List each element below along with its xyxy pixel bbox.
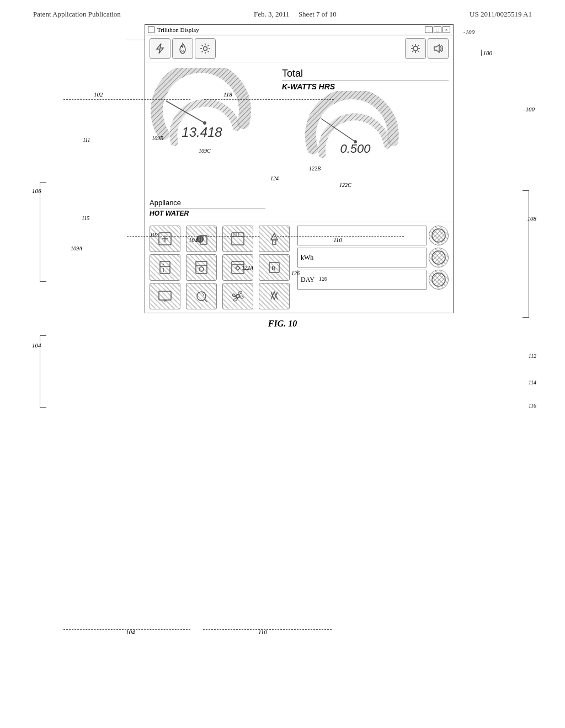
window-titlebar: Trilithon Display − □ × [145, 25, 453, 35]
gauge-unit-label: K-WATTS HRS [282, 82, 335, 91]
bracket-104-bottom [40, 407, 46, 408]
toolbar-icon-sound[interactable] [428, 38, 449, 59]
control-dial-3[interactable] [429, 270, 449, 290]
ref-109C-label: 109C [199, 148, 211, 154]
control-field-day[interactable]: DAY [297, 270, 427, 290]
gauge-left: 13.418 [150, 68, 265, 193]
ref-100-label: -100 [524, 106, 535, 113]
ref-109A-label: 109A [71, 245, 82, 251]
control-dial-2[interactable] [429, 248, 449, 267]
ref-122A-label: 122A [242, 265, 253, 271]
svg-rect-23 [160, 261, 170, 274]
svg-point-43 [432, 273, 445, 286]
ref-111-label: 111 [83, 137, 90, 143]
header-sheet: Sheet 7 of 10 [299, 10, 337, 18]
header-date: Feb. 3, 2011 [254, 10, 290, 18]
dashed-110 [203, 629, 332, 630]
header-right: US 2011/0025519 A1 [470, 10, 532, 19]
header-left: Patent Application Publication [33, 10, 121, 19]
ref-102-label: 102 [94, 91, 103, 98]
bracket-108-right [529, 190, 529, 317]
ref-120-label: 120 [319, 276, 327, 282]
control-label-kwh: kWh [301, 254, 313, 262]
app-icon-dishwasher[interactable] [186, 254, 217, 281]
svg-marker-0 [157, 44, 163, 53]
svg-point-29 [199, 267, 204, 271]
ref-118-label: 118 [223, 91, 232, 98]
control-label-day: DAY [301, 276, 315, 284]
appliance-label: Appliance HOT WATER [150, 199, 265, 217]
appliance-name: Appliance [150, 199, 265, 207]
app-icon-fridge[interactable] [150, 254, 180, 281]
ref-114-label: 114 [529, 379, 536, 386]
bracket-106-top [40, 182, 46, 183]
bracket-104-top [40, 335, 46, 336]
gauge-total-label: Total [282, 68, 449, 81]
svg-point-37 [197, 292, 206, 301]
svg-point-41 [432, 229, 445, 242]
gauge-right-top: Total K-WATTS HRS [265, 68, 449, 91]
app-icon-tv[interactable] [150, 283, 180, 309]
toolbar-icon-lightning[interactable] [150, 38, 170, 59]
minimize-button[interactable]: − [425, 26, 433, 33]
bracket-106-left [40, 182, 40, 281]
svg-text:B: B [271, 265, 276, 271]
svg-point-42 [432, 251, 445, 264]
gauge-right-area: Total K-WATTS HRS [265, 68, 449, 193]
app-icon-box[interactable]: B [259, 254, 290, 281]
window-controls[interactable]: − □ × [425, 26, 450, 33]
ref-115-label: 115 [82, 215, 89, 221]
ref-112-label: 112 [529, 353, 536, 359]
control-dial-1[interactable] [429, 226, 449, 245]
app-icon-vacuum[interactable] [186, 283, 217, 309]
left-gauge-svg: 13.418 [150, 68, 260, 184]
ref-110-label: 110 [258, 629, 267, 635]
ref-107-label: 107 [150, 232, 158, 238]
bracket-106-bottom [40, 281, 46, 282]
app-icon-fan[interactable] [222, 283, 253, 309]
header-center: Feb. 3, 2011 Sheet 7 of 10 [254, 10, 337, 19]
control-field-kwh[interactable]: kWh [297, 248, 427, 267]
ref-122C-label: 122C [339, 182, 351, 188]
figure-caption: FIG. 10 [89, 319, 476, 329]
appliance-type: HOT WATER [150, 208, 265, 217]
svg-point-2 [413, 46, 418, 51]
svg-point-1 [204, 47, 207, 51]
bracket-108-top [523, 190, 529, 191]
svg-line-38 [205, 299, 207, 302]
title-left: Trilithon Display [148, 26, 199, 33]
ref-116-label: 116 [529, 403, 536, 409]
toolbar-row [145, 35, 453, 62]
toolbar-left [150, 38, 216, 59]
window-icon [148, 26, 154, 33]
ref-124-label: 124 [270, 175, 279, 181]
dashed-line-118 [204, 99, 334, 100]
ref-122B-label: 122B [309, 165, 321, 172]
toolbar-icon-gear[interactable] [195, 38, 216, 59]
toolbar-icon-fire[interactable] [172, 38, 193, 59]
toolbar-right [405, 38, 449, 59]
window-title: Trilithon Display [157, 26, 199, 33]
svg-text:0.500: 0.500 [340, 142, 371, 156]
app-icon-misc[interactable] [259, 283, 290, 309]
ref-104-bottom: 104 [127, 236, 259, 243]
close-button[interactable]: × [443, 26, 450, 33]
toolbar-icon-settings[interactable] [405, 38, 426, 59]
gauge-right-bottom: 0.500 [265, 91, 449, 193]
ref-109B-label: 109B [152, 135, 163, 141]
maximize-button[interactable]: □ [434, 26, 441, 33]
svg-marker-3 [434, 45, 439, 52]
bottom-section: 🅗 [145, 222, 453, 313]
appliance-area: Appliance HOT WATER [145, 199, 453, 222]
svg-point-7 [203, 121, 206, 125]
right-gauge-svg: 0.500 [305, 91, 409, 193]
ref-104-label: 104 [126, 629, 135, 635]
bracket-108-bottom [523, 317, 529, 318]
svg-point-11 [354, 140, 357, 143]
ref-bracket-100: 100 [481, 50, 493, 56]
page-header: Patent Application Publication Feb. 3, 2… [0, 0, 565, 24]
ref-110-bottom: 110 [271, 236, 404, 243]
diagram-wrapper: -100 102 118 Trilithon Display − □ × [89, 24, 476, 329]
ref-126-label: 126 [291, 270, 300, 276]
svg-rect-34 [159, 291, 171, 300]
